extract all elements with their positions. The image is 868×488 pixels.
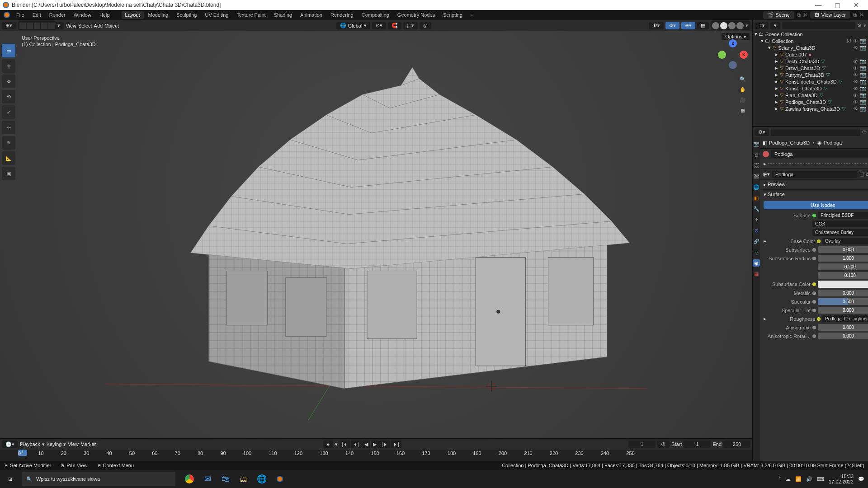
tray-notifications-icon[interactable]: 💬 [858, 476, 864, 482]
minimize-button[interactable]: — [809, 0, 827, 9]
taskbar-search[interactable]: 🔍 Wpisz tu wyszukiwane słowa [22, 472, 175, 486]
prev-key-button[interactable]: ⏴| [351, 441, 362, 448]
proptab-output[interactable]: 🖨 [753, 151, 760, 158]
outliner-new-collection[interactable]: ▾ [863, 23, 866, 28]
close-button[interactable]: ✕ [847, 0, 865, 9]
proptab-data[interactable]: ▽ [753, 249, 760, 256]
subrad-1[interactable]: 1.000 [818, 255, 868, 262]
delete-scene-button[interactable]: ✕ [803, 12, 807, 18]
outliner-item-4[interactable]: ▸ ▽ Konst. dachu_Chata3D ▽👁 📷 [753, 78, 868, 85]
timeline-menu-keying[interactable]: Keying [47, 441, 62, 447]
menu-render[interactable]: Render [46, 11, 69, 19]
next-key-button[interactable]: |⏵ [379, 441, 390, 448]
selmode-4[interactable] [41, 22, 48, 29]
mat-browse[interactable]: ◉▾ [763, 171, 770, 177]
panel-surface[interactable]: ▾ Surface [760, 190, 868, 199]
add-workspace-button[interactable]: + [467, 11, 477, 19]
taskbar-blender[interactable] [271, 470, 288, 488]
outliner-collection[interactable]: ▾ 🗀 Collection☑ 👁 📷 [753, 38, 868, 44]
outliner-mode-dropdown[interactable]: ▾ [770, 22, 780, 29]
aniso-input[interactable]: 0.000 [818, 324, 868, 331]
start-frame-input[interactable]: 1 [684, 441, 711, 448]
outliner-item-8[interactable]: ▸ ▽ Zawias futryna_Chata3D ▽👁 📷 [753, 105, 868, 112]
proptab-object[interactable]: ◧ [753, 194, 760, 202]
tab-uvediting[interactable]: UV Editing [201, 11, 232, 19]
3d-viewport[interactable]: ▭ ✛ ✥ ⟲ ⤢ ⊹ ✎ 📐 ▣ User Perspective (1) C… [0, 31, 752, 438]
tray-lang-icon[interactable]: ⌨ [817, 476, 824, 482]
tray-sound-icon[interactable]: 🔊 [806, 476, 812, 482]
proptab-texture[interactable]: ▦ [753, 270, 760, 277]
tab-geometrynodes[interactable]: Geometry Nodes [394, 11, 439, 19]
outliner-item-2[interactable]: ▸ ▽ Drzwi_Chata3D ▽👁 📷 [753, 65, 868, 71]
spectint-input[interactable]: 0.000 [818, 307, 868, 314]
shading-solid[interactable] [720, 22, 727, 29]
props-pin[interactable]: ⟳ [862, 129, 866, 135]
outliner-item-0[interactable]: ▸ ▽ Cube.007 ● [753, 51, 868, 58]
proptab-scene[interactable]: 🎬 [753, 173, 760, 180]
material-slot[interactable]: Podloga [771, 150, 868, 158]
outliner-item-5[interactable]: ▸ ▽ Konst._Chata3D ▽👁 📷 [753, 85, 868, 92]
proptab-viewlayer[interactable]: 🖼 [753, 162, 760, 169]
selmode-2[interactable] [26, 22, 33, 29]
proptab-particle[interactable]: ✦ [753, 216, 760, 223]
viewport-menu-object[interactable]: Object [104, 23, 119, 28]
selmode-5[interactable] [48, 22, 55, 29]
outliner-item-6[interactable]: ▸ ▽ Plan_Chata3D ▽👁 📷 [753, 92, 868, 99]
current-frame-input[interactable]: 1 [628, 441, 656, 448]
snap-toggle[interactable]: 🧲 [388, 22, 401, 29]
props-search[interactable] [771, 129, 860, 136]
snap-dropdown[interactable]: ⬚▾ [403, 22, 418, 29]
tray-clock[interactable]: 15:33 17.02.2022 [829, 474, 854, 484]
jump-start-button[interactable]: |⏴ [340, 441, 350, 448]
taskbar-store[interactable]: 🛍 [217, 470, 234, 488]
maximize-button[interactable]: ▢ [828, 0, 846, 9]
taskbar-edge[interactable]: 🌐 [253, 470, 270, 488]
tray-chevron-icon[interactable]: ˄ [778, 476, 781, 482]
tab-modeling[interactable]: Modeling [145, 11, 172, 19]
timeline-menu-playback[interactable]: Playback [20, 441, 40, 447]
timeline-editor-dropdown[interactable]: 🕒▾ [2, 441, 18, 448]
xray-toggle[interactable]: ▦ [697, 22, 709, 29]
viewport-menu-select[interactable]: Select [78, 23, 92, 28]
play-button[interactable]: ▶ [371, 441, 379, 448]
viewlayer-selector[interactable]: 🖼 View Layer [810, 11, 850, 19]
proptab-render[interactable]: 📷 [753, 140, 760, 147]
editor-type-dropdown[interactable]: ⊞▾ [2, 22, 16, 29]
viewport-menu-view[interactable]: View [66, 23, 76, 28]
proptab-material[interactable]: ◉ [753, 259, 760, 267]
tab-layout[interactable]: Layout [122, 11, 144, 19]
scene-selector[interactable]: 🎬 Scene [763, 11, 794, 19]
proptab-physics[interactable]: ⊙ [753, 227, 760, 234]
subrad-2[interactable]: 0.200 [818, 263, 868, 270]
material-name-input[interactable]: Podloga [772, 171, 858, 178]
delete-viewlayer-button[interactable]: ✕ [859, 12, 863, 18]
new-viewlayer-button[interactable]: ⧉ [853, 12, 857, 18]
distribution-dropdown[interactable]: GGX [812, 221, 868, 227]
timeline-track[interactable]: 1 01020 304050 607080 90100110 120130140… [0, 450, 752, 461]
outliner-item-3[interactable]: ▸ ▽ Futryny_Chata3D ▽👁 📷 [753, 71, 868, 78]
shading-dropdown[interactable]: ▾ [744, 23, 750, 28]
orientation-dropdown[interactable]: 🌐 Global ▾ [336, 22, 371, 29]
viewport-menu-add[interactable]: Add [94, 23, 103, 28]
props-editor-dropdown[interactable]: ⚙▾ [755, 128, 769, 136]
tab-texturepaint[interactable]: Texture Paint [233, 11, 269, 19]
use-nodes-button[interactable]: Use Nodes [764, 201, 868, 209]
autokey-toggle[interactable]: ● [323, 441, 334, 448]
outliner-filter-icon[interactable]: ⚙ [857, 23, 862, 28]
menu-help[interactable]: Help [96, 11, 113, 19]
timeline-menu-marker[interactable]: Marker [80, 441, 96, 447]
tray-wifi-icon[interactable]: 📶 [795, 476, 802, 482]
subsurface-input[interactable]: 0.000 [818, 246, 868, 253]
mat-dup[interactable]: ⧉ [866, 171, 868, 177]
subrad-3[interactable]: 0.100 [818, 272, 868, 279]
surface-shader-dropdown[interactable]: Principled BSDF [818, 212, 868, 219]
anisorot-input[interactable]: 0.000 [818, 333, 868, 339]
menu-window[interactable]: Window [70, 11, 95, 19]
metallic-input[interactable]: 0.000 [818, 290, 868, 296]
jump-end-button[interactable]: ⏵| [391, 441, 401, 448]
shading-rendered[interactable] [736, 22, 744, 29]
menu-edit[interactable]: Edit [29, 11, 45, 19]
outliner-group[interactable]: ▾ ▽ Sciany_Chata3D👁 📷 [753, 44, 868, 51]
outliner-search[interactable] [782, 22, 855, 29]
tab-scripting[interactable]: Scripting [439, 11, 466, 19]
